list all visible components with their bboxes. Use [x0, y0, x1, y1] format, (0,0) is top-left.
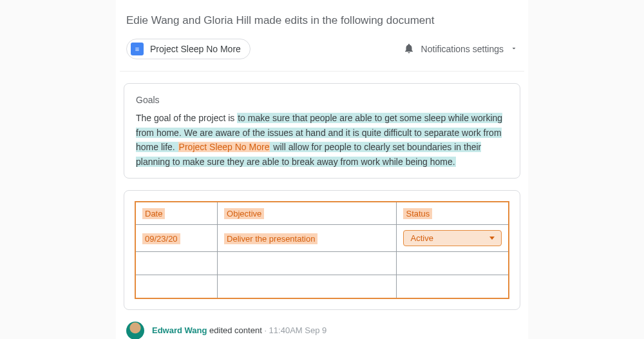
col-date-header: Date [142, 208, 165, 219]
toolbar: ≡ Project Sleep No More Notifications se… [120, 39, 524, 72]
notifications-settings-button[interactable]: Notifications settings [403, 43, 518, 56]
document-chip[interactable]: ≡ Project Sleep No More [126, 39, 251, 59]
goals-card: Goals The goal of the project is to make… [124, 83, 520, 179]
objectives-table: Date Objective Status 09/23/20 Deliver t… [135, 201, 509, 299]
status-value: Active [410, 233, 433, 243]
table-row [135, 275, 509, 298]
bell-icon [403, 43, 415, 56]
feed-user[interactable]: Edward Wang [152, 325, 207, 335]
page-title: Edie Wang and Gloria Hill made edits in … [120, 14, 524, 27]
col-objective-header: Objective [224, 208, 264, 219]
table-header-row: Date Objective Status [135, 202, 509, 225]
docs-icon: ≡ [131, 43, 144, 55]
table-row [135, 252, 509, 275]
document-name: Project Sleep No More [150, 44, 241, 54]
col-status-header: Status [403, 208, 432, 219]
goals-heading: Goals [136, 93, 508, 107]
caret-down-icon [489, 237, 495, 240]
activity-feed: Edward Wang edited content · 11:40AM Sep… [120, 322, 524, 339]
feed-time: 11:40AM Sep 9 [269, 325, 327, 335]
goals-prefix: The goal of the project is [136, 113, 237, 123]
table-row: 09/23/20 Deliver the presentation Active [135, 225, 509, 252]
feed-action: edited content [207, 325, 261, 335]
notifications-label: Notifications settings [421, 44, 504, 54]
cell-objective: Deliver the presentation [224, 233, 317, 244]
cell-date: 09/23/20 [142, 233, 180, 244]
feed-sep: · [262, 325, 269, 335]
goals-highlight-project: Project Sleep No More [178, 142, 270, 152]
table-card: Date Objective Status 09/23/20 Deliver t… [124, 190, 520, 310]
notification-card: Edie Wang and Gloria Hill made edits in … [116, 0, 528, 339]
avatar [126, 322, 144, 339]
status-dropdown[interactable]: Active [403, 230, 502, 246]
feed-item: Edward Wang edited content · 11:40AM Sep… [126, 322, 518, 339]
chevron-down-icon [510, 44, 518, 54]
goals-body: The goal of the project is to make sure … [136, 111, 508, 169]
